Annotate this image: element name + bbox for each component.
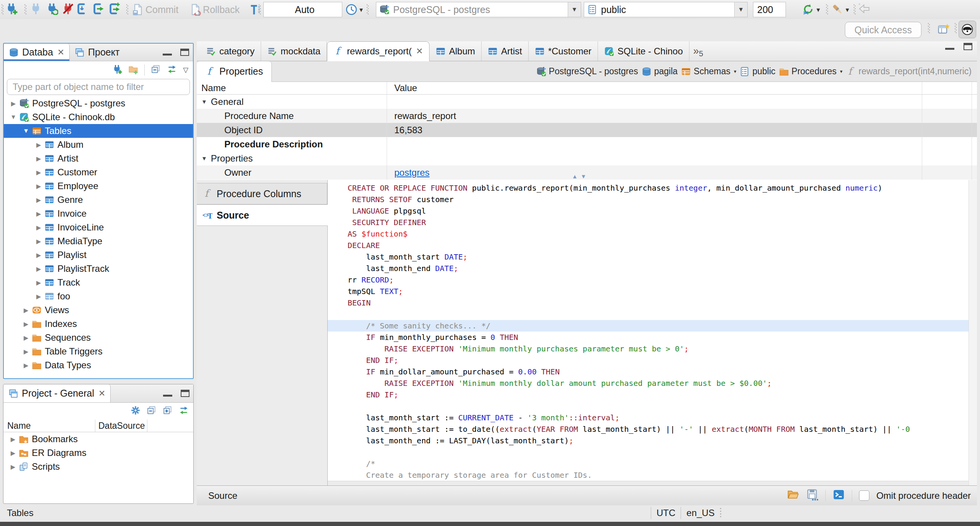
reconnect-button[interactable] — [46, 3, 58, 16]
disconnect-button[interactable] — [62, 3, 74, 16]
navigator-new-connection-button[interactable] — [112, 64, 122, 76]
link-with-editor-button[interactable] — [167, 64, 177, 76]
chevron-collapsed-icon[interactable]: ▶ — [33, 279, 44, 286]
chevron-collapsed-icon[interactable]: ▶ — [33, 196, 44, 204]
toolbar-grip[interactable] — [367, 4, 369, 15]
connection-dropdown-button[interactable]: ▼ — [568, 2, 581, 17]
column-name[interactable]: Name — [3, 420, 95, 432]
new-sql-editor-button[interactable] — [108, 3, 120, 16]
open-sql-script-button[interactable] — [92, 3, 104, 16]
close-icon[interactable]: ✕ — [98, 389, 105, 399]
editor-tab-category[interactable]: category — [200, 41, 261, 61]
tab-database-navigator[interactable]: Databa ✕ — [4, 44, 70, 61]
transaction-history-button[interactable]: ▼ — [345, 3, 364, 16]
toolbar-grip[interactable] — [928, 23, 930, 34]
navigator-filter-input[interactable]: Type part of object name to filter — [7, 79, 190, 95]
project-item-er-diagrams[interactable]: ▶ER Diagrams — [3, 446, 193, 460]
sql-editor-button[interactable] — [76, 3, 88, 16]
column-divider[interactable] — [972, 82, 972, 180]
column-divider[interactable] — [387, 82, 387, 180]
fetch-size-input[interactable]: 200 — [753, 2, 786, 17]
tree-item-playlisttrack[interactable]: ▶PlaylistTrack — [4, 262, 193, 276]
minimize-icon[interactable] — [163, 54, 172, 56]
breadcrumb-public[interactable]: public — [740, 66, 775, 77]
tab-project-general[interactable]: Project - General ✕ — [3, 384, 111, 402]
tree-item-sequences[interactable]: ▶Sequences — [4, 331, 193, 345]
column-divider[interactable] — [922, 82, 922, 180]
chevron-collapsed-icon[interactable]: ▶ — [20, 362, 32, 369]
editor-tab-sqlite-chinoo[interactable]: SQLite - Chinoo — [598, 41, 689, 61]
section-tab-procedure-columns[interactable]: Procedure Columns — [197, 183, 327, 204]
toolbar-grip[interactable] — [854, 4, 856, 15]
chevron-collapsed-icon[interactable]: ▶ — [33, 183, 44, 190]
tree-item-genre[interactable]: ▶Genre — [4, 193, 193, 207]
tree-item-views[interactable]: ▶Views — [4, 303, 193, 317]
save-to-file-button[interactable] — [806, 488, 818, 503]
chevron-collapsed-icon[interactable]: ▶ — [33, 293, 44, 300]
source-viewer[interactable]: CREATE OR REPLACE FUNCTION public.reward… — [328, 180, 977, 485]
section-tab-source[interactable]: Source — [197, 204, 328, 226]
chevron-collapsed-icon[interactable]: ▶ — [7, 449, 19, 457]
connect-button[interactable] — [30, 3, 42, 16]
minimize-icon[interactable] — [945, 48, 954, 50]
chevron-collapsed-icon[interactable]: ▶ — [33, 210, 44, 217]
collapse-up-icon[interactable]: ▲ — [572, 173, 578, 180]
tree-item-mediatype[interactable]: ▶MediaType — [4, 234, 193, 248]
grid-row-procedure-description[interactable]: Procedure Description — [197, 137, 977, 151]
tab-properties[interactable]: Properties — [197, 61, 272, 82]
maximize-icon[interactable] — [181, 390, 189, 397]
chevron-collapsed-icon[interactable]: ▶ — [33, 169, 44, 176]
toolbar-grip[interactable] — [2, 4, 3, 15]
close-icon[interactable]: ✕ — [57, 47, 64, 57]
tree-item-foo[interactable]: ▶foo — [4, 289, 193, 303]
close-icon[interactable]: ✕ — [416, 46, 423, 56]
column-datasource[interactable]: DataSource — [95, 420, 147, 432]
tree-item-indexes[interactable]: ▶Indexes — [4, 317, 193, 331]
chevron-collapsed-icon[interactable]: ▶ — [20, 320, 32, 328]
refresh-button[interactable]: ▼ — [802, 3, 821, 16]
chevron-expanded-icon[interactable]: ▼ — [20, 127, 32, 134]
tree-item-invoice[interactable]: ▶Invoice — [4, 207, 193, 221]
owner-link[interactable]: postgres — [394, 167, 430, 178]
schema-dropdown-button[interactable]: ▼ — [734, 2, 747, 17]
breadcrumb-procedures[interactable]: Procedures▾ — [779, 66, 843, 77]
tree-item-artist[interactable]: ▶Artist — [4, 152, 193, 165]
tree-item-postgresql-postgres[interactable]: ▶PostgreSQL - postgres — [4, 96, 193, 110]
dbeaver-perspective-button[interactable] — [959, 21, 976, 38]
chevron-down-icon[interactable]: ▾ — [840, 69, 843, 74]
editor-tab-album[interactable]: Album — [430, 41, 482, 61]
tab-overflow-button[interactable]: » 5 — [689, 41, 707, 61]
load-from-file-button[interactable] — [787, 488, 799, 503]
active-schema-combo[interactable]: public ▼ — [584, 2, 748, 17]
chevron-collapsed-icon[interactable]: ▶ — [7, 436, 19, 443]
toolbar-grip[interactable] — [259, 4, 261, 15]
grid-row-owner[interactable]: Ownerpostgres — [197, 165, 977, 180]
horizontal-scrollbar[interactable] — [328, 481, 969, 485]
editor-tab-customer[interactable]: *Customer — [529, 41, 598, 61]
tab-projects[interactable]: Проект — [70, 44, 124, 61]
editor-tab-mockdata[interactable]: mockdata — [261, 41, 327, 61]
minimize-icon[interactable] — [163, 395, 172, 397]
tree-item-table-triggers[interactable]: ▶Table Triggers — [4, 345, 193, 358]
chevron-collapsed-icon[interactable]: ▶ — [33, 155, 44, 162]
open-perspective-button[interactable] — [935, 21, 952, 38]
toolbar-grip[interactable] — [955, 23, 957, 34]
grid-column-name[interactable]: Name — [197, 83, 387, 93]
maximize-icon[interactable] — [180, 49, 189, 56]
tree-item-employee[interactable]: ▶Employee — [4, 179, 193, 193]
breadcrumb-pagila[interactable]: pagila — [642, 66, 678, 77]
open-in-sql-console-button[interactable] — [833, 488, 845, 503]
project-link-editor-button[interactable] — [179, 405, 189, 417]
mock-data-button[interactable]: ▼ — [831, 3, 850, 16]
section-collapse-control[interactable]: ▲ ▼ — [572, 173, 586, 180]
grid-column-value[interactable]: Value — [387, 83, 417, 93]
chevron-collapsed-icon[interactable]: ▶ — [33, 265, 44, 273]
chevron-collapsed-icon[interactable]: ▶ — [20, 334, 32, 341]
toolbar-grip[interactable] — [24, 4, 26, 15]
editor-tab-artist[interactable]: Artist — [482, 41, 529, 61]
tree-item-track[interactable]: ▶Track — [4, 276, 193, 289]
source-code[interactable]: CREATE OR REPLACE FUNCTION public.reward… — [328, 182, 969, 485]
chevron-collapsed-icon[interactable]: ▶ — [8, 100, 19, 107]
commit-mode-combo[interactable]: Auto — [263, 2, 342, 17]
view-menu-button[interactable]: ▽ — [183, 66, 188, 74]
